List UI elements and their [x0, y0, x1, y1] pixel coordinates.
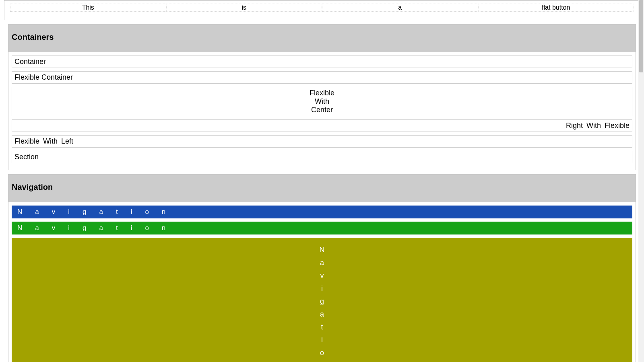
nav-olive-letter: v: [12, 269, 632, 282]
scrollbar-thumb[interactable]: [639, 0, 643, 72]
container-item-flexible-center: Flexible With Center: [12, 87, 632, 116]
flat-button-row: This is a flat button: [4, 0, 640, 20]
flat-cell[interactable]: This: [10, 4, 166, 12]
containers-section: Containers Container Flexible Container …: [8, 24, 636, 170]
flexible-center-line1: Flexible: [310, 89, 334, 97]
nav-olive-letter: g: [12, 295, 632, 308]
flat-cell[interactable]: a: [322, 4, 478, 12]
nav-olive-letter: N: [12, 243, 632, 256]
nav-bar-olive[interactable]: N a v i g a t i o: [12, 238, 632, 362]
nav-olive-letter: a: [12, 256, 632, 269]
nav-olive-letter: i: [12, 282, 632, 295]
flexible-center-line3: Center: [311, 106, 333, 114]
container-item-flexible-left: Flexible With Left: [12, 135, 632, 148]
flexible-center-line2: With: [315, 97, 329, 105]
nav-olive-letter: o: [12, 346, 632, 359]
nav-olive-letter: t: [12, 321, 632, 333]
navigation-heading: Navigation: [8, 175, 636, 202]
container-item-flexible-right: Right With Flexible: [12, 119, 632, 132]
containers-heading: Containers: [8, 25, 636, 52]
flat-cell[interactable]: flat button: [478, 4, 634, 12]
container-item-section: Section: [12, 151, 632, 163]
flat-cell[interactable]: is: [166, 4, 322, 12]
nav-olive-letter: i: [12, 333, 632, 346]
vertical-scrollbar[interactable]: [638, 0, 644, 362]
nav-bar-blue[interactable]: Navigation: [12, 206, 632, 218]
navigation-section: Navigation Navigation Navigation N a v i…: [8, 174, 636, 362]
container-item-container: Container: [12, 56, 632, 68]
container-item-flexible: Flexible Container: [12, 71, 632, 84]
nav-bar-green[interactable]: Navigation: [12, 222, 632, 234]
nav-olive-letter: a: [12, 308, 632, 321]
